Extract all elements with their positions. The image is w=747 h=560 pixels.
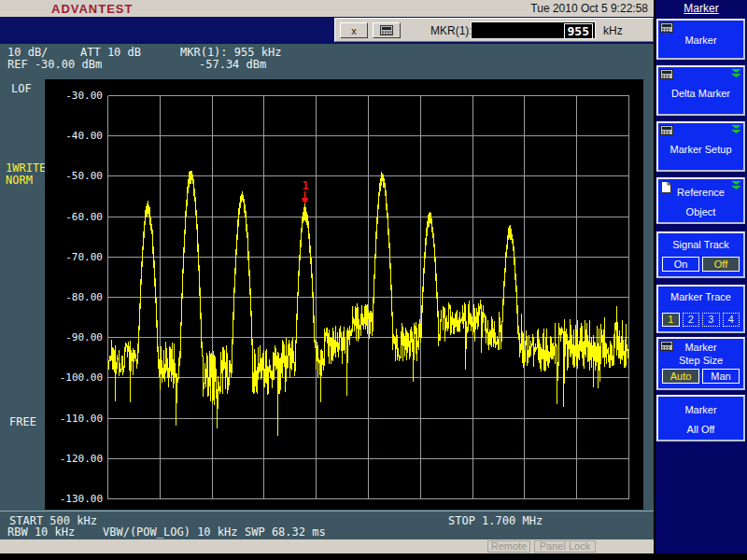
trace-norm-label: NORM xyxy=(6,174,33,187)
keypad-icon xyxy=(660,22,673,35)
lof-label: LOF xyxy=(11,82,32,95)
softkey-label: All Off xyxy=(658,424,743,436)
y-axis-tick-label: -30.00 xyxy=(65,90,103,102)
stop-freq-label: STOP 1.700 MHz xyxy=(448,514,543,527)
advantest-logo: ADVANTEST xyxy=(51,2,133,16)
scale-readout: 10 dB/ xyxy=(7,46,48,59)
y-axis-tick-label: -40.00 xyxy=(65,130,103,142)
step-size-auto-option[interactable]: Auto xyxy=(662,369,699,384)
y-axis-tick-label: -100.00 xyxy=(60,371,103,384)
chevron-down-icon xyxy=(731,68,741,79)
y-axis-tick-label: -80.00 xyxy=(65,291,103,303)
keypad-icon xyxy=(380,25,393,35)
softkey-label: Signal Track xyxy=(658,239,743,251)
vbw-label: VBW/(POW_LOG) 10 kHz xyxy=(103,525,238,539)
spectrum-plot: -30.00-40.00-50.00-60.00-70.00-80.00-90.… xyxy=(45,79,643,510)
ref-level-readout: REF -30.00 dBm xyxy=(7,58,102,71)
marker-1-symbol: 1 xyxy=(302,179,309,204)
y-axis-tick-label: -110.00 xyxy=(60,413,103,425)
step-size-man-option[interactable]: Man xyxy=(702,369,740,384)
datetime-label: Tue 2010 Oct 5 9:22:58 xyxy=(530,2,648,15)
chevron-down-icon xyxy=(731,124,741,135)
softkey-marker-setup[interactable]: Marker Setup xyxy=(656,121,745,172)
step-size-toggle: Auto Man xyxy=(662,369,740,384)
softkey-label: Reference xyxy=(658,187,743,199)
softkey-label: Marker xyxy=(658,404,743,416)
marker-1-label: 1 xyxy=(303,179,309,192)
sweep-time-label: SWP 68.32 ms xyxy=(245,525,326,539)
spectrum-trace-svg: -30.00-40.00-50.00-60.00-70.00-80.00-90.… xyxy=(45,79,643,510)
instrument-screen: 10 dB/ ATT 10 dB MKR(1): 955 kHz REF -30… xyxy=(0,44,654,539)
marker-frequency-input[interactable]: 955 xyxy=(471,21,596,39)
footer-divider xyxy=(0,511,654,511)
signal-track-on-option[interactable]: On xyxy=(662,257,699,272)
softkey-label: Delta Marker xyxy=(658,88,743,100)
free-run-label: FREE xyxy=(9,415,36,428)
softkey-label: Marker Setup xyxy=(658,144,743,156)
taskbar: Remote Panel Lock xyxy=(0,539,654,553)
keypad-icon xyxy=(660,69,673,81)
softkey-menu-title: Marker xyxy=(655,2,747,15)
softkey-marker[interactable]: Marker xyxy=(656,19,745,60)
softkey-label: Marker xyxy=(658,35,743,47)
rbw-label: RBW 10 kHz xyxy=(7,525,75,539)
marker-trace-4-option[interactable]: 4 xyxy=(723,313,740,327)
marker-trace-1-option[interactable]: 1 xyxy=(662,313,680,327)
marker-trace-2-option[interactable]: 2 xyxy=(683,313,700,327)
marker-level-readout: -57.34 dBm xyxy=(199,58,266,71)
signal-track-toggle: On Off xyxy=(662,257,740,272)
mkr-entry-label: MKR(1): xyxy=(430,24,472,37)
trace-write-label: 1WRITE xyxy=(6,161,46,175)
titlebar: ADVANTEST Tue 2010 Oct 5 9:22:58 xyxy=(0,0,654,17)
main-area: ADVANTEST Tue 2010 Oct 5 9:22:58 x MKR(1… xyxy=(0,0,654,553)
softkey-label: Step Size xyxy=(658,355,743,367)
signal-track-off-option[interactable]: Off xyxy=(702,257,740,272)
softkey-marker-step-size: Marker Step Size Auto Man xyxy=(656,337,745,390)
close-button[interactable]: x xyxy=(340,22,368,38)
bottom-strip xyxy=(0,553,747,560)
menubar: x MKR(1): 955 kHz xyxy=(0,17,654,44)
keypad-button[interactable] xyxy=(373,22,401,38)
marker-trace-3-option[interactable]: 3 xyxy=(702,313,720,327)
softkey-marker-trace: Marker Trace 1 2 3 4 xyxy=(656,285,745,333)
remote-button[interactable]: Remote xyxy=(487,540,530,553)
mkr-unit-label: kHz xyxy=(603,24,623,37)
y-axis-tick-label: -120.00 xyxy=(60,453,103,465)
softkey-label: Marker Trace xyxy=(658,291,743,303)
softkey-marker-all-off[interactable]: Marker All Off xyxy=(656,395,745,441)
softkey-signal-track: Signal Track On Off xyxy=(656,231,745,278)
panel-lock-button[interactable]: Panel Lock xyxy=(534,540,596,553)
softkey-label: Object xyxy=(658,206,743,218)
marker-freq-readout: MKR(1): 955 kHz xyxy=(180,46,281,59)
y-axis-tick-label: -70.00 xyxy=(65,251,103,263)
attenuation-readout: ATT 10 dB xyxy=(80,46,141,59)
softkey-label: Marker xyxy=(658,342,743,354)
spectrum-analyzer-window: ADVANTEST Tue 2010 Oct 5 9:22:58 x MKR(1… xyxy=(0,0,747,560)
softkey-delta-marker[interactable]: Delta Marker xyxy=(656,65,745,116)
marker-trace-selector: 1 2 3 4 xyxy=(662,313,740,327)
y-axis-tick-label: -60.00 xyxy=(65,211,103,223)
graticule-grid xyxy=(108,96,629,499)
y-axis-tick-label: -50.00 xyxy=(65,170,103,182)
keypad-icon xyxy=(660,125,673,137)
y-axis-tick-label: -130.00 xyxy=(60,493,103,505)
softkey-reference-object[interactable]: Reference Object xyxy=(656,177,745,224)
y-axis-tick-label: -90.00 xyxy=(65,331,103,343)
marker-entry-toolbar: x MKR(1): 955 kHz xyxy=(334,18,654,42)
marker-frequency-value: 955 xyxy=(564,23,593,39)
softkey-sidebar: Marker Marker Delta Marker Marker Setup … xyxy=(654,0,747,553)
